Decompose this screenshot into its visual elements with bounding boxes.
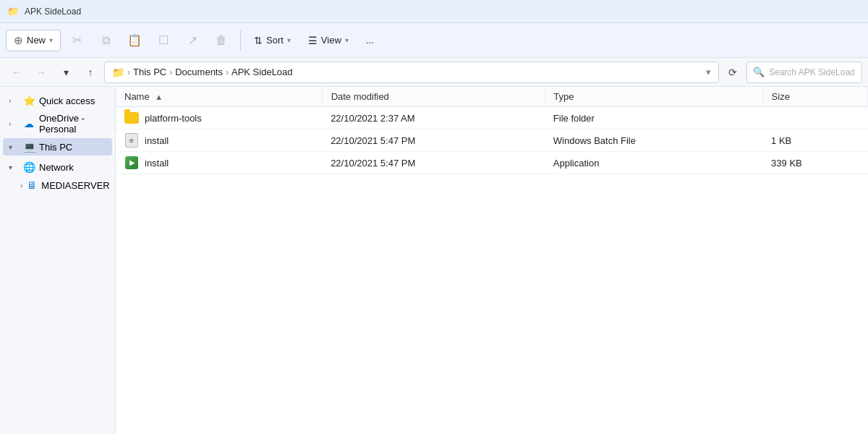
- refresh-button[interactable]: ⟳: [722, 61, 744, 83]
- sidebar-item-mediaserver[interactable]: › 🖥 MEDIASERVER: [3, 176, 112, 194]
- path-apksideload: APK SideLoad: [231, 67, 293, 77]
- up-icon: ↑: [88, 67, 93, 78]
- search-box[interactable]: 🔍 Search APK SideLoad: [746, 61, 862, 83]
- toolbar-separator: [240, 30, 241, 51]
- quick-access-icon: ⭐: [23, 95, 35, 106]
- forward-icon: →: [36, 67, 46, 78]
- path-thispc: This PC: [133, 67, 166, 77]
- more-label: ...: [366, 35, 374, 46]
- new-button[interactable]: ⊕ New ▾: [6, 30, 61, 51]
- path-sep-2: ›: [169, 67, 172, 77]
- address-bar: ← → ▾ ↑ 📁 › This PC › Documents › APK Si…: [0, 58, 868, 87]
- col-header-name[interactable]: Name ▲: [116, 87, 322, 107]
- col-header-date[interactable]: Date modified: [322, 87, 545, 107]
- col-size-label: Size: [772, 91, 790, 102]
- col-name-label: Name: [124, 91, 150, 102]
- file-table: Name ▲ Date modified Type Size platform-…: [116, 87, 868, 174]
- cut-button[interactable]: ✂: [64, 27, 90, 54]
- rename-icon: ☐: [158, 33, 169, 47]
- file-name-cell-platform-tools: platform-tools: [116, 107, 322, 129]
- table-row[interactable]: ▶install22/10/2021 5:47 PMApplication339…: [116, 152, 868, 174]
- sidebar: › ⭐ Quick access › ☁ OneDrive - Personal…: [0, 87, 116, 434]
- chevron-sort-icon: ▾: [287, 36, 291, 44]
- more-button[interactable]: ...: [359, 31, 381, 49]
- paste-icon: 📋: [127, 33, 142, 47]
- sort-button[interactable]: ⇅ Sort ▾: [247, 31, 298, 50]
- sidebar-item-network[interactable]: ▾ 🌐 Network: [3, 158, 112, 176]
- expand-icon-mediaserver: ›: [20, 182, 22, 190]
- title-bar-icon: 📁: [7, 6, 19, 17]
- file-type: Application: [545, 152, 762, 174]
- share-icon: ↗: [188, 33, 197, 47]
- path-folder-icon: 📁: [112, 67, 124, 78]
- paste-button[interactable]: 📋: [122, 27, 148, 54]
- delete-button[interactable]: 🗑: [208, 27, 234, 54]
- app-icon: ▶: [125, 156, 138, 169]
- plus-icon: ⊕: [14, 34, 23, 47]
- chevron-history-icon: ▾: [64, 67, 69, 78]
- mediaserver-icon: 🖥: [27, 179, 37, 191]
- search-placeholder: Search APK SideLoad: [769, 67, 855, 77]
- file-date: 22/10/2021 2:37 AM: [322, 107, 545, 129]
- history-button[interactable]: ▾: [55, 61, 77, 83]
- file-list: Name ▲ Date modified Type Size platform-…: [116, 87, 868, 434]
- file-type: File folder: [545, 107, 762, 129]
- search-icon: 🔍: [753, 67, 765, 77]
- file-name: platform-tools: [145, 113, 202, 124]
- path-dropdown-icon[interactable]: ▾: [706, 67, 711, 77]
- chevron-down-icon: ▾: [49, 36, 53, 44]
- address-path[interactable]: 📁 › This PC › Documents › APK SideLoad ▾: [104, 61, 719, 83]
- col-header-type[interactable]: Type: [545, 87, 762, 107]
- back-icon: ←: [12, 67, 22, 78]
- sidebar-label-onedrive: OneDrive - Personal: [39, 113, 106, 135]
- sort-icon: ⇅: [254, 35, 263, 46]
- sidebar-item-quick-access[interactable]: › ⭐ Quick access: [3, 92, 112, 109]
- chevron-view-icon: ▾: [345, 36, 349, 44]
- col-date-label: Date modified: [331, 91, 389, 102]
- file-date: 22/10/2021 5:47 PM: [322, 152, 545, 174]
- file-size: 339 KB: [762, 152, 867, 174]
- table-row[interactable]: install22/10/2021 5:47 PMWindows Batch F…: [116, 129, 868, 152]
- view-label: View: [321, 35, 341, 46]
- file-name-cell-install-bat: install: [116, 129, 322, 152]
- sort-label: Sort: [266, 35, 284, 46]
- sort-arrow-name: ▲: [155, 93, 163, 101]
- sidebar-label-network: Network: [39, 162, 106, 173]
- view-icon: ☰: [308, 35, 318, 46]
- network-icon: 🌐: [23, 161, 35, 173]
- col-header-size[interactable]: Size: [762, 87, 867, 107]
- forward-button[interactable]: →: [30, 61, 52, 83]
- file-type: Windows Batch File: [545, 129, 762, 152]
- batch-icon: [125, 133, 138, 148]
- copy-icon: ⧉: [102, 34, 110, 47]
- file-date: 22/10/2021 5:47 PM: [322, 129, 545, 152]
- sidebar-item-onedrive[interactable]: › ☁ OneDrive - Personal: [3, 110, 112, 137]
- cut-icon: ✂: [72, 33, 82, 47]
- folder-icon: [124, 112, 139, 124]
- refresh-icon: ⟳: [728, 67, 737, 78]
- table-header-row: Name ▲ Date modified Type Size: [116, 87, 868, 107]
- copy-button[interactable]: ⧉: [93, 27, 119, 54]
- view-button[interactable]: ☰ View ▾: [301, 31, 356, 50]
- share-button[interactable]: ↗: [179, 27, 205, 54]
- title-bar-text: APK SideLoad: [25, 7, 81, 17]
- rename-button[interactable]: ☐: [150, 27, 176, 54]
- onedrive-icon: ☁: [23, 118, 35, 129]
- file-size: 1 KB: [762, 129, 867, 152]
- new-label: New: [27, 35, 46, 46]
- path-sep-3: ›: [226, 67, 229, 77]
- sidebar-item-this-pc[interactable]: ▾ 💻 This PC: [3, 138, 112, 156]
- expand-icon-this-pc: ▾: [9, 143, 19, 151]
- expand-icon-onedrive: ›: [9, 120, 19, 128]
- path-documents: Documents: [175, 67, 223, 77]
- back-button[interactable]: ←: [6, 61, 27, 83]
- file-name: install: [145, 135, 169, 146]
- file-name: install: [145, 158, 169, 169]
- table-row[interactable]: platform-tools22/10/2021 2:37 AMFile fol…: [116, 107, 868, 129]
- delete-icon: 🗑: [216, 34, 227, 47]
- up-button[interactable]: ↑: [80, 61, 101, 83]
- file-size: [762, 107, 867, 129]
- toolbar: ⊕ New ▾ ✂ ⧉ 📋 ☐ ↗ 🗑 ⇅ Sort ▾ ☰ View ▾ ..…: [0, 23, 868, 58]
- col-type-label: Type: [553, 91, 574, 102]
- expand-icon-quick-access: ›: [9, 97, 19, 105]
